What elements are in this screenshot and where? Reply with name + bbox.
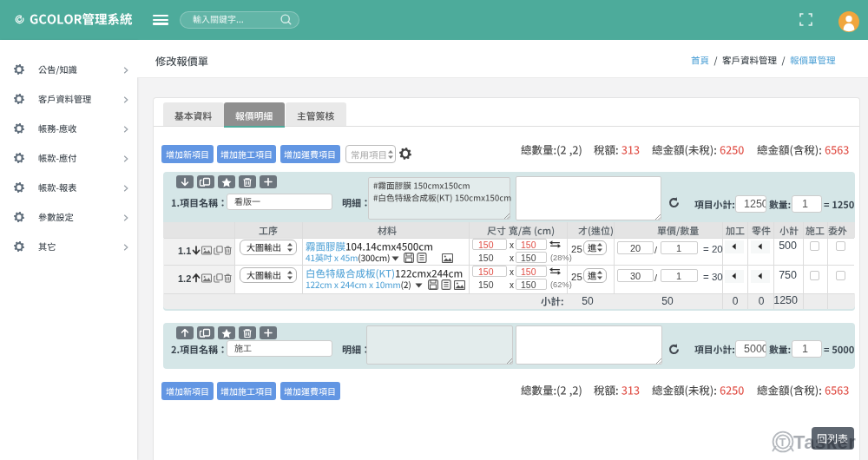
svg-text:Tasker: Tasker [793, 431, 856, 453]
svg-text:T: T [779, 436, 786, 449]
